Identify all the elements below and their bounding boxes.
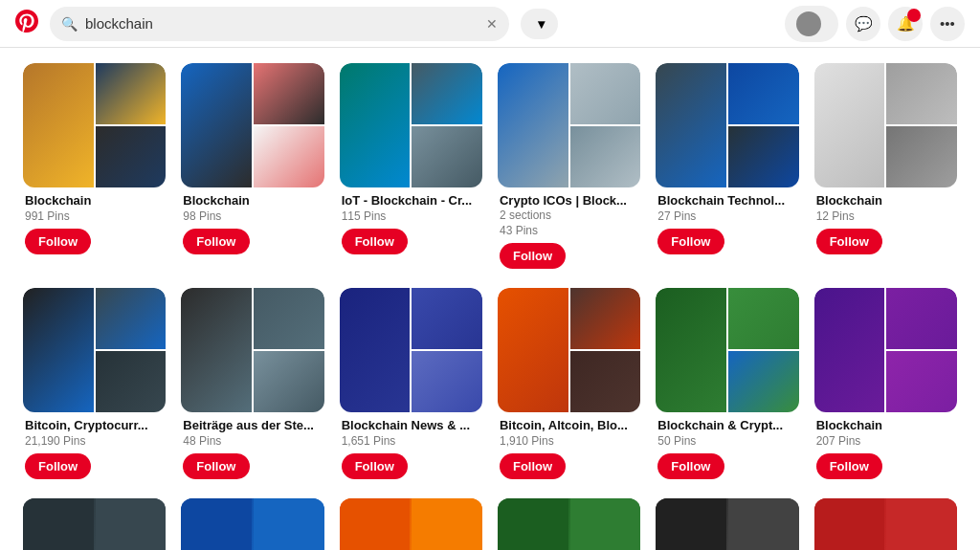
board-title: Beiträge aus der Ste... <box>183 418 322 432</box>
board-sub-image-1 <box>254 288 324 349</box>
board-title: Blockchain <box>816 193 955 208</box>
board-images <box>656 63 798 187</box>
messages-button[interactable]: 💬 <box>846 7 880 41</box>
board-sub-image-1 <box>570 288 641 349</box>
follow-button[interactable]: Follow <box>816 229 882 254</box>
board-card[interactable]: Blockchain12 PinsFollow <box>814 63 957 273</box>
header: 🔍 ✕ ▾ 💬 🔔 ••• <box>0 0 980 48</box>
board-main-image <box>181 288 252 412</box>
board-info: Crypto ICOs | Block...2 sections43 PinsF… <box>498 187 640 273</box>
search-bar: 🔍 ✕ <box>50 7 509 41</box>
board-card[interactable]: Blockchain Technol...27 PinsFollow <box>656 63 798 273</box>
board-sub-image-1 <box>570 63 641 124</box>
board-info: Blockchain12 PinsFollow <box>814 187 957 258</box>
chevron-down-icon: ▾ <box>538 16 545 32</box>
boards-grid: Blockchain991 PinsFollowBlockchain98 Pin… <box>23 63 957 483</box>
board-card[interactable]: IoT - Blockchain - Cr...115 PinsFollow <box>340 63 482 273</box>
board-pin-count: 1,910 Pins <box>500 434 638 448</box>
board-card[interactable]: Blockchain207 PinsFollow <box>814 288 957 483</box>
board-sub-image-1 <box>412 63 482 124</box>
chat-icon: 💬 <box>855 15 873 33</box>
board-pin-count: 1,651 Pins <box>342 434 480 448</box>
board-images <box>340 288 482 412</box>
partial-board-card[interactable] <box>498 498 640 550</box>
board-card[interactable]: Beiträge aus der Ste...48 PinsFollow <box>181 288 323 483</box>
follow-button[interactable]: Follow <box>500 453 566 479</box>
board-title: Blockchain Technol... <box>657 193 796 208</box>
board-images <box>656 288 798 412</box>
boards-filter-button[interactable]: ▾ <box>521 9 558 39</box>
avatar <box>796 11 821 36</box>
partial-board-cell <box>23 498 94 550</box>
board-sub-image-2 <box>412 351 482 412</box>
follow-button[interactable]: Follow <box>25 453 91 479</box>
follow-button[interactable]: Follow <box>500 243 566 269</box>
board-pin-count: 48 Pins <box>183 434 322 448</box>
clear-search-icon[interactable]: ✕ <box>486 16 498 32</box>
board-pin-count: 207 Pins <box>816 434 955 448</box>
board-info: Blockchain & Crypt...50 PinsFollow <box>656 412 798 483</box>
board-images <box>498 63 640 187</box>
header-right: 💬 🔔 ••• <box>785 6 965 42</box>
pinterest-logo[interactable] <box>15 10 38 38</box>
board-info: Bitcoin, Cryptocurr...21,190 PinsFollow <box>23 412 166 483</box>
notifications-button[interactable]: 🔔 <box>888 7 923 41</box>
partial-board-cell <box>340 498 411 550</box>
follow-button[interactable]: Follow <box>25 229 91 254</box>
board-main-image <box>656 288 726 412</box>
board-title: IoT - Blockchain - Cr... <box>342 193 480 208</box>
board-sub-image-2 <box>412 126 482 187</box>
follow-button[interactable]: Follow <box>183 453 249 479</box>
board-sub-image-1 <box>96 63 167 124</box>
follow-button[interactable]: Follow <box>183 229 249 254</box>
board-card[interactable]: Blockchain News & ...1,651 PinsFollow <box>340 288 482 483</box>
board-main-image <box>23 288 94 412</box>
home-nav-link[interactable] <box>577 16 600 32</box>
board-info: Blockchain Technol...27 PinsFollow <box>656 187 798 258</box>
partial-board-card[interactable] <box>814 498 957 550</box>
partial-board-cell <box>96 498 167 550</box>
board-images <box>498 288 640 412</box>
follow-button[interactable]: Follow <box>342 453 408 479</box>
follow-button[interactable]: Follow <box>816 453 882 479</box>
partial-board-card[interactable] <box>656 498 798 550</box>
board-sub-image-1 <box>886 288 957 349</box>
board-card[interactable]: Crypto ICOs | Block...2 sections43 PinsF… <box>498 63 640 273</box>
partial-board-cell <box>886 498 957 550</box>
board-main-image <box>181 63 252 187</box>
board-main-image <box>23 63 94 187</box>
board-card[interactable]: Blockchain98 PinsFollow <box>181 63 323 273</box>
board-sections: 2 sections <box>500 209 638 222</box>
board-card[interactable]: Blockchain & Crypt...50 PinsFollow <box>656 288 798 483</box>
board-sub-image-2 <box>728 126 799 187</box>
board-sub-image-2 <box>254 126 324 187</box>
follow-button[interactable]: Follow <box>342 229 408 254</box>
board-sub-image-1 <box>96 288 167 349</box>
board-images <box>23 63 166 187</box>
user-menu-button[interactable] <box>785 6 838 42</box>
partial-boards-row <box>23 498 957 550</box>
board-main-image <box>340 63 411 187</box>
partial-board-cell <box>656 498 726 550</box>
board-card[interactable]: Blockchain991 PinsFollow <box>23 63 166 273</box>
more-options-button[interactable]: ••• <box>930 7 965 41</box>
partial-board-cell <box>570 498 641 550</box>
board-info: Blockchain207 PinsFollow <box>814 412 957 483</box>
search-input[interactable] <box>85 15 479 32</box>
board-main-image <box>498 288 568 412</box>
board-title: Blockchain <box>816 418 955 432</box>
follow-button[interactable]: Follow <box>657 453 724 479</box>
board-card[interactable]: Bitcoin, Cryptocurr...21,190 PinsFollow <box>23 288 166 483</box>
partial-board-card[interactable] <box>23 498 166 550</box>
follow-button[interactable]: Follow <box>657 229 724 254</box>
board-sub-image-1 <box>886 63 957 124</box>
partial-board-card[interactable] <box>181 498 323 550</box>
search-icon: 🔍 <box>61 16 78 32</box>
board-card[interactable]: Bitcoin, Altcoin, Blo...1,910 PinsFollow <box>498 288 640 483</box>
partial-board-card[interactable] <box>340 498 482 550</box>
following-nav-link[interactable] <box>608 16 631 32</box>
board-info: Blockchain98 PinsFollow <box>181 187 323 258</box>
main-nav <box>577 16 631 32</box>
board-info: Bitcoin, Altcoin, Blo...1,910 PinsFollow <box>498 412 640 483</box>
board-pin-count: 12 Pins <box>816 209 955 223</box>
